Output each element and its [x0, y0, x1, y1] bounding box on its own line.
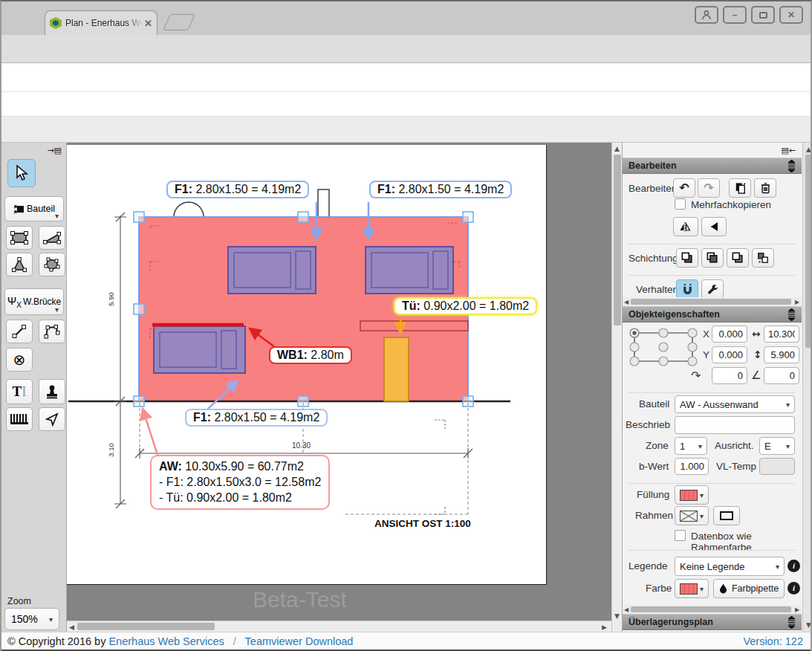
maximize-button[interactable] — [751, 6, 775, 24]
droplet-icon — [719, 583, 727, 594]
layer-front-button[interactable] — [676, 248, 698, 268]
y-label: Y — [703, 349, 709, 360]
anchor-point-selector[interactable] — [629, 327, 698, 367]
text-tool[interactable]: TI — [6, 379, 33, 404]
bwert-input[interactable] — [675, 458, 709, 475]
redo-button[interactable]: ↷ — [698, 178, 720, 198]
panel-vscrollbar[interactable]: ▲ ▼ — [802, 143, 812, 632]
circle-x-tool[interactable]: ⊗ — [6, 348, 33, 372]
border-style-button[interactable] — [713, 506, 740, 525]
collapse-icon[interactable] — [786, 616, 797, 629]
polyline-tool[interactable] — [39, 320, 65, 343]
x-input[interactable] — [712, 326, 747, 343]
datenbox-tuer[interactable]: Tü: 0.90x2.00 = 1.80m2 — [394, 297, 537, 315]
barcode-tool[interactable] — [6, 407, 33, 431]
drawing-canvas[interactable]: F1: 2.80x1.50 = 4.19m2 F1: 2.80x1.50 = 4… — [67, 143, 622, 632]
canvas-hscrollbar[interactable]: ◀ ▶ — [67, 621, 611, 632]
datenbox-checkbox[interactable] — [675, 530, 686, 541]
farbe-label: Farbe — [646, 583, 672, 594]
border-color-swatch — [680, 511, 698, 522]
angle-input[interactable] — [764, 367, 799, 384]
fill-color-button[interactable]: ▾ — [675, 485, 709, 505]
layer-back-button[interactable] — [752, 248, 774, 268]
close-button[interactable]: ✕ — [779, 6, 803, 24]
chevron-down-icon: ▾ — [786, 442, 790, 450]
browser-tab[interactable]: Plan - Enerhaus Web Se ✕ — [45, 10, 157, 35]
canvas-vscrollbar[interactable]: ▲ ▼ — [611, 143, 622, 632]
copy-button[interactable] — [729, 178, 751, 198]
tool-palette: →▤ Bauteil ▾ ΨX W.Brück — [1, 143, 67, 632]
section-ueberlagerungsplan[interactable]: Überlagerungsplan — [623, 614, 802, 630]
flip-vertical-button[interactable] — [701, 217, 727, 236]
section-bearbeiten[interactable]: Bearbeiten — [623, 158, 802, 174]
bauteil-tool-dropdown[interactable]: Bauteil ▾ — [4, 196, 64, 221]
width-input[interactable] — [764, 326, 799, 343]
ausricht-label: Ausricht. — [715, 440, 754, 451]
stamp-tool[interactable] — [39, 379, 65, 404]
dock-panel-icon[interactable]: →▤ — [47, 146, 62, 155]
farbpipette-button[interactable]: Farbpipette — [713, 579, 785, 598]
y-input[interactable] — [712, 346, 747, 363]
app-navbar: H Projekte ▾ Module ▾ ✉ Konto ▾ Hilfe ▾ … — [1, 63, 811, 92]
triangle-tool[interactable] — [6, 253, 33, 276]
beschrieb-input[interactable] — [675, 416, 795, 434]
snap-magnet-button[interactable] — [676, 279, 698, 299]
legende-info-icon[interactable]: i — [787, 560, 800, 572]
height-input[interactable] — [764, 346, 799, 363]
farbe-color-button[interactable]: ▾ — [675, 579, 709, 598]
copyright-text: © Copyright 2016 by — [7, 635, 105, 647]
ausricht-select[interactable]: E ▾ — [759, 437, 795, 455]
enerhaus-link[interactable]: Enerhaus Web Services — [108, 635, 224, 647]
polygon-tool[interactable] — [39, 253, 65, 276]
bauteil-label: Bauteil — [639, 398, 669, 409]
datenbox-f1-top-right[interactable]: F1: 2.80x1.50 = 4.19m2 — [369, 181, 512, 198]
collapse-icon[interactable] — [786, 160, 797, 172]
rotation-input[interactable] — [712, 367, 747, 384]
vltemp-input[interactable] — [759, 458, 795, 475]
slope-tool[interactable] — [39, 226, 65, 250]
dock-panel-icon[interactable]: ▤← — [781, 146, 796, 155]
line-tool[interactable] — [6, 320, 33, 343]
zone-select[interactable]: 1 ▾ — [675, 437, 707, 455]
rectangle-tool[interactable] — [6, 226, 33, 250]
zoom-select[interactable]: 150% ▾ — [4, 608, 59, 630]
section-objekteigenschaften[interactable]: Objekteigenschaften — [623, 306, 802, 323]
minimize-button[interactable]: – — [723, 6, 747, 24]
datenbox-f1-top-left[interactable]: F1: 2.80x1.50 = 4.19m2 — [166, 181, 309, 198]
psi-icon: ΨX — [7, 294, 22, 309]
legende-select[interactable]: Keine Legende ▾ — [675, 557, 785, 576]
flip-horizontal-button[interactable] — [673, 217, 698, 236]
waermebruecke-tool-dropdown[interactable]: ΨX W.Brücke ▾ — [4, 288, 64, 315]
datenbox-f1-bottom[interactable]: F1: 2.80x1.50 = 4.19m2 — [185, 409, 328, 427]
rahmen-label: Rahmen — [635, 510, 673, 521]
new-tab-button[interactable] — [163, 14, 195, 30]
delete-button[interactable] — [754, 178, 776, 198]
panel-hscrollbar[interactable]: ◀ ▶ — [623, 605, 802, 614]
border-color-button[interactable]: ▾ — [675, 506, 709, 525]
layer-forward-button[interactable] — [701, 248, 724, 268]
undo-button[interactable]: ↶ — [673, 178, 695, 198]
mehrfachkopieren-checkbox[interactable] — [675, 198, 686, 210]
collapse-icon[interactable] — [786, 308, 797, 321]
select-tool[interactable] — [7, 159, 36, 187]
view-title: ANSICHT OST 1:100 — [374, 518, 471, 529]
farbe-info-icon[interactable]: i — [787, 582, 800, 595]
layer-backward-button[interactable] — [727, 248, 749, 268]
panel-hscrollbar[interactable]: ◀ ▶ — [623, 297, 802, 306]
chevron-down-icon: ▾ — [55, 212, 59, 220]
text-tool-t: T — [12, 383, 22, 400]
teamviewer-link[interactable]: Teamviewer Download — [245, 635, 354, 647]
datenbox-wb1[interactable]: WB1: 2.80m — [269, 346, 352, 364]
bearbeiten-label: Bearbeiten — [629, 183, 677, 194]
orientation-tool[interactable] — [39, 407, 65, 431]
chevron-down-icon: ▾ — [700, 512, 704, 520]
rect-outline-icon — [720, 511, 733, 520]
mehrfachkopieren-label: Mehrfachkopieren — [691, 199, 771, 210]
profile-icon[interactable] — [695, 6, 718, 24]
tab-close-icon[interactable]: ✕ — [144, 18, 152, 29]
chevron-down-icon: ▾ — [55, 305, 59, 314]
datenbox-aw[interactable]: AW: 10.30x5.90 = 60.77m2 - F1: 2.80x1.50… — [150, 455, 330, 510]
settings-wrench-button[interactable] — [701, 279, 724, 299]
bauteil-select[interactable]: AW - Aussenwand ▾ — [675, 395, 795, 413]
farbe-color-swatch — [680, 583, 698, 595]
